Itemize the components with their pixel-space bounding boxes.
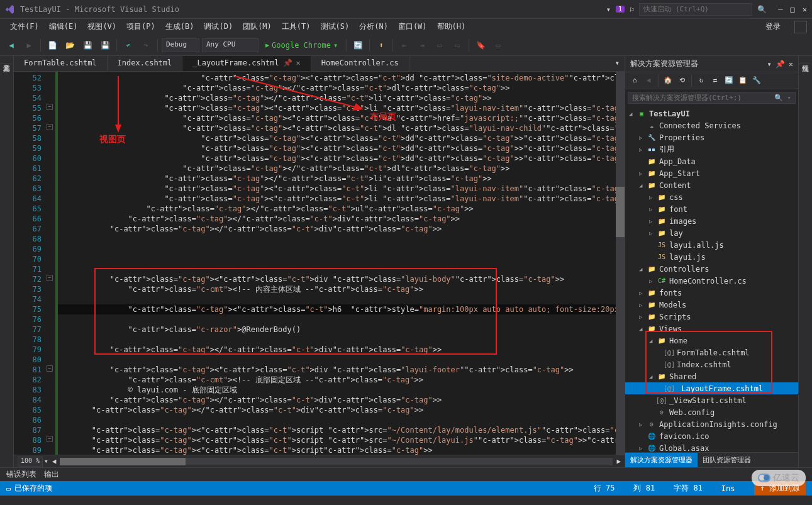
tree-font[interactable]: font: [669, 205, 687, 214]
tab-homecontroller[interactable]: HomeController.cs: [311, 56, 409, 71]
tree-css[interactable]: css: [669, 193, 683, 202]
panel-dropdown-button[interactable]: ▾: [767, 60, 772, 69]
tree-controllers[interactable]: Controllers: [659, 265, 709, 274]
error-list-tab[interactable]: 错误列表: [6, 469, 36, 480]
search-icon[interactable]: 🔍: [757, 5, 767, 14]
pin-icon[interactable]: 📌: [283, 58, 292, 67]
indent-more-button[interactable]: ⇥: [414, 38, 430, 53]
menu-debug[interactable]: 调试(D): [200, 20, 236, 33]
panel-pin-button[interactable]: 📌: [776, 60, 785, 69]
menu-team[interactable]: 团队(M): [239, 20, 275, 33]
output-tab[interactable]: 输出: [44, 469, 59, 480]
maximize-button[interactable]: □: [791, 5, 795, 14]
tree-models[interactable]: Models: [659, 301, 686, 309]
save-all-button[interactable]: 💾: [97, 38, 113, 53]
config-combo[interactable]: Debug: [162, 38, 199, 52]
fold-column[interactable]: −−−−−: [45, 72, 55, 455]
panel-close-button[interactable]: ✕: [789, 60, 793, 69]
publish-button[interactable]: ⬆: [374, 38, 389, 53]
indent-less-button[interactable]: ⇤: [397, 38, 412, 53]
user-icon[interactable]: [794, 21, 807, 33]
tree-global[interactable]: Global.asax: [659, 444, 709, 453]
team-explorer-tab[interactable]: 团队资源管理器: [698, 453, 756, 467]
solution-search-input[interactable]: [632, 94, 774, 102]
tree-layuijs[interactable]: layui.js: [669, 253, 706, 262]
toolbox-panel-tab[interactable]: 工具箱: [0, 56, 12, 64]
tab-index[interactable]: Index.cshtml: [108, 56, 183, 71]
menu-view[interactable]: 视图(V): [84, 20, 120, 33]
uncomment-button[interactable]: ▭: [450, 38, 465, 53]
tree-home[interactable]: Home: [669, 336, 687, 345]
properties-panel-tab[interactable]: 属性: [799, 56, 811, 64]
solution-explorer-tab[interactable]: 解决方案资源管理器: [625, 453, 698, 467]
start-debug-button[interactable]: Google Chrome ▾: [261, 38, 342, 52]
notification-badge[interactable]: 1: [616, 6, 625, 13]
quick-launch-input[interactable]: [639, 3, 752, 16]
tree-favicon[interactable]: favicon.ico: [659, 432, 709, 441]
zoom-combo[interactable]: 100 %: [18, 457, 43, 467]
close-tab-icon[interactable]: ✕: [296, 58, 301, 67]
tree-views[interactable]: Views: [659, 325, 682, 333]
menu-tool[interactable]: 工具(T): [278, 20, 314, 33]
tree-properties[interactable]: Properties: [659, 133, 704, 142]
bookmark-group-button[interactable]: ▭: [491, 38, 506, 53]
tree-fonts[interactable]: fonts: [659, 289, 682, 297]
sol-refresh-button[interactable]: ↻: [696, 74, 707, 86]
tree-formtable[interactable]: FormTable.cshtml: [677, 348, 750, 357]
menu-help[interactable]: 帮助(H): [433, 20, 470, 33]
tree-index[interactable]: Index.cshtml: [677, 360, 731, 369]
tree-homecontroller[interactable]: HomeController.cs: [669, 277, 747, 286]
nav-forward-button[interactable]: ▶: [21, 38, 36, 53]
feedback-icon[interactable]: ⚐: [630, 5, 634, 14]
sol-back-button[interactable]: ◀: [643, 74, 654, 86]
menu-window[interactable]: 窗口(W): [394, 20, 431, 33]
editor-vertical-scrollbar[interactable]: [616, 72, 625, 455]
bookmark-button[interactable]: 🔖: [473, 38, 488, 53]
tree-content[interactable]: Content: [659, 181, 691, 190]
minimize-button[interactable]: ─: [778, 5, 782, 14]
sol-collapse-button[interactable]: ⇄: [709, 74, 721, 86]
menu-project[interactable]: 项目(P): [123, 20, 159, 33]
browser-link-button[interactable]: 🔄: [350, 38, 365, 53]
tree-lay[interactable]: lay: [669, 229, 683, 238]
comment-button[interactable]: ▭: [432, 38, 447, 53]
nav-back-button[interactable]: ◀: [4, 38, 19, 53]
open-button[interactable]: 📂: [62, 38, 77, 53]
redo-button[interactable]: ↷: [138, 38, 153, 53]
tree-scripts[interactable]: Scripts: [659, 313, 691, 321]
sol-copy-button[interactable]: 📋: [737, 74, 748, 86]
sol-home-button[interactable]: ⌂: [629, 74, 640, 86]
search-icon[interactable]: 🔍 ▾: [774, 94, 791, 102]
undo-button[interactable]: ↶: [121, 38, 136, 53]
tree-viewstart[interactable]: _ViewStart.cshtml: [669, 396, 747, 405]
notification-flag-icon[interactable]: ▾: [606, 5, 611, 14]
sol-properties-button[interactable]: 🔧: [751, 74, 762, 86]
sol-showall-button[interactable]: 🔄: [723, 74, 735, 86]
tree-layuialljs[interactable]: layui.all.js: [669, 241, 724, 250]
tabs-overflow-button[interactable]: ▾: [610, 56, 625, 71]
sol-sync-button[interactable]: ⟲: [676, 74, 687, 86]
tree-appdata[interactable]: App_Data: [659, 157, 696, 166]
menu-test[interactable]: 测试(S): [317, 20, 353, 33]
new-project-button[interactable]: 📄: [45, 38, 60, 53]
save-button[interactable]: 💾: [80, 38, 95, 53]
editor-horizontal-scrollbar[interactable]: [60, 458, 613, 465]
tree-shared[interactable]: Shared: [669, 372, 696, 381]
menu-edit[interactable]: 编辑(E): [45, 20, 82, 33]
tab-formtable[interactable]: FormTable.cshtml: [14, 56, 108, 71]
tree-images[interactable]: images: [669, 217, 696, 226]
close-button[interactable]: ✕: [803, 5, 807, 14]
solution-tree[interactable]: ◢▣TestLayUI ☁Connected Services ▷🔧Proper…: [625, 106, 798, 452]
menu-file[interactable]: 文件(F): [6, 20, 43, 33]
tree-references[interactable]: 引用: [659, 144, 674, 155]
tree-connected[interactable]: Connected Services: [659, 121, 741, 130]
tree-appinsights[interactable]: ApplicationInsights.config: [659, 420, 777, 429]
platform-combo[interactable]: Any CPU: [202, 38, 259, 52]
tab-layoutframe[interactable]: _LayoutFrame.cshtml📌✕: [182, 56, 311, 71]
sol-home2-button[interactable]: 🏠: [662, 74, 674, 86]
tree-webconfig[interactable]: Web.config: [669, 408, 715, 417]
code-editor[interactable]: "c-attr">class="c-tag"><"c-attr">class="…: [55, 72, 616, 455]
menu-analyze[interactable]: 分析(N): [355, 20, 392, 33]
tree-project[interactable]: TestLayUI: [649, 109, 690, 118]
login-button[interactable]: 登录: [760, 20, 786, 33]
